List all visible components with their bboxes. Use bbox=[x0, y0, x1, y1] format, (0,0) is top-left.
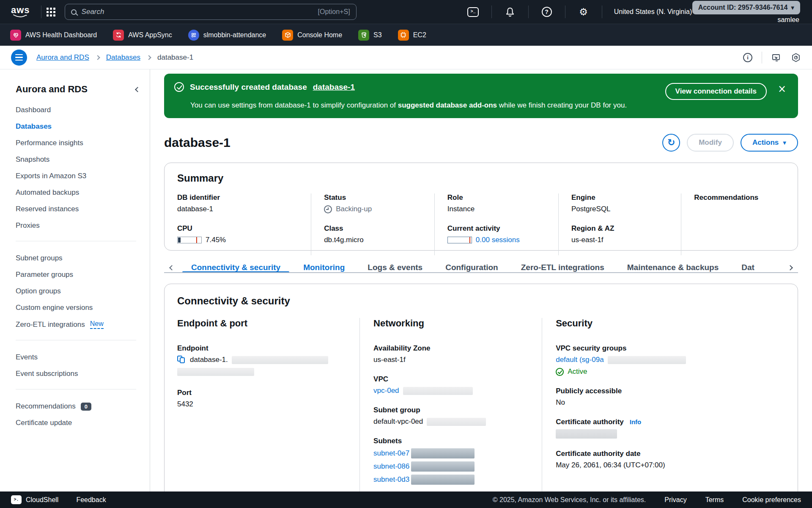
tabs-scroll-right-icon[interactable] bbox=[782, 264, 798, 271]
close-icon[interactable]: × bbox=[778, 84, 786, 94]
sidebar-item-subnet-groups[interactable]: Subnet groups bbox=[16, 254, 141, 262]
grid-favicon bbox=[188, 30, 199, 41]
tab-maintenance-backups[interactable]: Maintenance & backups bbox=[616, 263, 730, 272]
sidebar-item-proxies[interactable]: Proxies bbox=[16, 221, 141, 230]
aws-logo-text: aws bbox=[11, 6, 30, 14]
recommendations-count-badge: 0 bbox=[81, 403, 91, 411]
divider bbox=[16, 340, 136, 340]
subnet-group-value: default-vpc-0ed bbox=[373, 417, 530, 426]
info-link[interactable]: Info bbox=[630, 418, 642, 425]
banner-database-link[interactable]: database-1 bbox=[313, 83, 355, 92]
region-label: United States (N. Virginia) bbox=[614, 8, 692, 16]
sidebar-item-reserved-instances[interactable]: Reserved instances bbox=[16, 205, 141, 213]
sidebar-item-event-subscriptions[interactable]: Event subscriptions bbox=[16, 370, 141, 378]
sidebar-item-automated-backups[interactable]: Automated backups bbox=[16, 188, 141, 197]
tabs-scroll-left-icon[interactable] bbox=[164, 264, 180, 271]
subnet-item: subnet-086 bbox=[373, 461, 530, 472]
engine-label: Engine bbox=[571, 193, 671, 202]
favorite-s3[interactable]: S3 bbox=[358, 30, 382, 41]
divider bbox=[565, 6, 565, 18]
summary-panel: Summary DB identifier database-1 CPU 7.4… bbox=[164, 163, 798, 251]
region-selector[interactable]: United States (N. Virginia) ▼ bbox=[614, 8, 699, 16]
notifications-bell-icon[interactable] bbox=[497, 7, 523, 17]
sidebar-item-option-groups[interactable]: Option groups bbox=[16, 287, 141, 295]
favorite-slmobbin-attendance[interactable]: slmobbin-attendance bbox=[188, 30, 266, 41]
sidebar-item-exports-s3[interactable]: Exports in Amazon S3 bbox=[16, 172, 141, 180]
region-az-value: us-east-1f bbox=[571, 236, 671, 244]
modify-button[interactable]: Modify bbox=[687, 134, 734, 152]
cloudshell-icon: >. bbox=[11, 495, 22, 504]
help-icon[interactable]: ? bbox=[534, 7, 560, 17]
aws-logo[interactable]: aws bbox=[11, 6, 30, 18]
favorite-ec2[interactable]: EC2 bbox=[398, 30, 426, 41]
cpu-label: CPU bbox=[177, 224, 301, 233]
breadcrumb-databases[interactable]: Databases bbox=[106, 53, 140, 62]
tab-connectivity-security[interactable]: Connectivity & security bbox=[180, 263, 292, 272]
new-window-icon[interactable] bbox=[771, 53, 782, 62]
footer-terms[interactable]: Terms bbox=[705, 496, 724, 504]
sidebar-item-custom-engine-versions[interactable]: Custom engine versions bbox=[16, 304, 141, 312]
footer-cookie-preferences[interactable]: Cookie preferences bbox=[742, 496, 801, 504]
sidebar-collapse-icon[interactable] bbox=[134, 84, 141, 95]
settings-gear-icon[interactable]: ⚙ bbox=[571, 6, 597, 17]
search-icon bbox=[71, 9, 77, 15]
class-label: Class bbox=[324, 224, 424, 233]
networking-heading: Networking bbox=[373, 318, 530, 329]
favorite-aws-health-dashboard[interactable]: AWS Health Dashboard bbox=[10, 30, 97, 41]
footer-feedback[interactable]: Feedback bbox=[76, 496, 106, 504]
view-connection-details-button[interactable]: View connection details bbox=[665, 83, 767, 100]
sidebar-item-recommendations[interactable]: Recommendations 0 bbox=[16, 402, 141, 411]
sidebar-item-databases[interactable]: Databases bbox=[16, 122, 141, 131]
footer-cloudshell[interactable]: >. CloudShell bbox=[11, 495, 58, 504]
tab-logs-events[interactable]: Logs & events bbox=[356, 263, 434, 272]
tab-monitoring[interactable]: Monitoring bbox=[292, 263, 356, 272]
class-value: db.t4g.micro bbox=[324, 236, 424, 244]
info-icon[interactable]: i bbox=[743, 53, 752, 62]
cloudshell-icon[interactable]: >_ bbox=[460, 7, 486, 17]
role-label: Role bbox=[447, 193, 548, 202]
redacted-text bbox=[411, 475, 475, 485]
new-badge: New bbox=[90, 320, 104, 329]
heartbeat-icon bbox=[10, 30, 21, 41]
apps-grid-icon[interactable] bbox=[47, 8, 55, 17]
subnet-item: subnet-0e7 bbox=[373, 448, 530, 458]
subnets-label: Subnets bbox=[373, 437, 530, 445]
divider bbox=[491, 6, 492, 18]
divider bbox=[528, 6, 529, 18]
bucket-icon bbox=[358, 30, 369, 41]
sidebar-item-dashboard[interactable]: Dashboard bbox=[16, 106, 141, 114]
account-id-label: Account ID: 2957-9346-7614 bbox=[698, 4, 788, 11]
account-menu[interactable]: Account ID: 2957-9346-7614 ▼ bbox=[692, 1, 800, 14]
vpc-label: VPC bbox=[373, 375, 530, 384]
tab-truncated[interactable]: Dat bbox=[730, 263, 756, 272]
cube-icon bbox=[282, 30, 293, 41]
side-navigation: Aurora and RDS Dashboard Databases Perfo… bbox=[0, 69, 150, 491]
favorite-label: EC2 bbox=[413, 31, 426, 39]
refresh-button[interactable]: ↻ bbox=[662, 134, 680, 152]
divider bbox=[16, 389, 136, 389]
sidebar-item-certificate-update[interactable]: Certificate update bbox=[16, 419, 141, 427]
aws-smile-icon bbox=[13, 14, 28, 18]
sidebar-item-zero-etl[interactable]: Zero-ETL integrations New bbox=[16, 320, 141, 329]
favorite-console-home[interactable]: Console Home bbox=[282, 30, 342, 41]
favorite-aws-appsync[interactable]: AWS AppSync bbox=[113, 30, 172, 41]
copy-icon[interactable] bbox=[177, 356, 186, 364]
summary-title: Summary bbox=[177, 172, 785, 184]
favorite-label: S3 bbox=[373, 31, 382, 39]
footer-privacy[interactable]: Privacy bbox=[664, 496, 686, 504]
actions-button[interactable]: Actions ▼ bbox=[741, 134, 798, 152]
certificate-authority-label: Certificate authorityInfo bbox=[556, 418, 773, 426]
search-input[interactable]: Search [Option+S] bbox=[65, 4, 357, 20]
sidebar-item-parameter-groups[interactable]: Parameter groups bbox=[16, 271, 141, 279]
sidebar-item-events[interactable]: Events bbox=[16, 353, 141, 362]
sidebar-item-performance-insights[interactable]: Performance insights bbox=[16, 139, 141, 147]
sidebar-item-snapshots[interactable]: Snapshots bbox=[16, 155, 141, 164]
breadcrumb-aurora-rds[interactable]: Aurora and RDS bbox=[36, 53, 89, 62]
hexagon-service-icon[interactable] bbox=[791, 52, 801, 63]
tab-zero-etl[interactable]: Zero-ETL integrations bbox=[510, 263, 616, 272]
search-shortcut-hint: [Option+S] bbox=[318, 8, 350, 16]
tab-configuration[interactable]: Configuration bbox=[434, 263, 510, 272]
divider bbox=[602, 6, 602, 18]
hamburger-menu-icon[interactable] bbox=[11, 50, 27, 66]
security-heading: Security bbox=[556, 318, 773, 329]
